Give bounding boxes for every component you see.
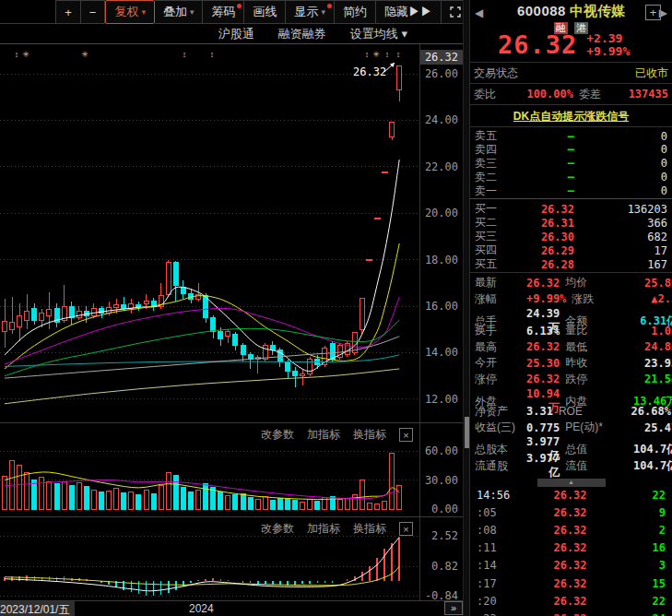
bid-row-3[interactable]: 买三26.30682	[470, 229, 672, 243]
toolbar-spacer	[0, 0, 55, 24]
order-book: 卖五—0卖四—0卖三—0卖二—0卖一—0买一26.32136203买二26.31…	[470, 127, 672, 273]
bid-row-5[interactable]: 买五26.28167	[470, 256, 672, 270]
bid-price: 26.32	[506, 203, 574, 216]
macd-pane-button-2[interactable]: 换指标	[353, 521, 386, 537]
stat-value: 0.775	[526, 421, 560, 434]
toolbar-button-label: 画线	[253, 4, 277, 20]
toolbar-button-1[interactable]: −	[81, 0, 106, 24]
quote-panel: ◀ ▶ 600088 中视传媒 融 港 26.32 +2.39 +9.99% +…	[470, 0, 672, 616]
bid-volume: 366	[574, 217, 667, 230]
price-axis-tick: 16.00	[425, 300, 458, 313]
panel-scrollbar[interactable]	[463, 0, 470, 616]
event-marker-icon: ✳	[372, 50, 380, 59]
macd-pane-button-1[interactable]: 加指标	[307, 521, 340, 537]
stat-label: 总值	[560, 442, 607, 457]
stats-row: 涨停26.32跌停21.54	[470, 372, 672, 387]
macd-pane-close-icon[interactable]: ×	[399, 522, 413, 536]
stat-value: 3.31	[526, 405, 553, 418]
tick-row: :0526.329	[470, 503, 672, 521]
macd-pane-button-0[interactable]: 改参数	[261, 521, 294, 537]
ask-price: —	[506, 171, 574, 184]
trade-status-value: 已收市	[635, 65, 668, 81]
stats-row: 总股本3.977亿总值104.7亿	[470, 435, 672, 451]
macd-axis-tick: -0.84	[425, 589, 458, 601]
commission-ratio-row: 委比 100.00% 委差 137435	[470, 84, 672, 105]
toolbar-button-8[interactable]: 隐藏▶▶	[376, 0, 442, 24]
chart-next-page-button[interactable]: »	[444, 601, 463, 615]
toolbar-button-2[interactable]: 复权▾	[105, 0, 155, 24]
panel-scrollbar-thumb[interactable]	[465, 417, 469, 448]
ask-row-4[interactable]: 卖四—0	[470, 142, 672, 156]
ask-volume: 0	[574, 184, 667, 197]
bid-price: 26.31	[506, 217, 574, 230]
time-sales-list[interactable]: 14:5626.3222:0526.329:0826.322:1126.3216…	[470, 486, 672, 616]
tick-volume: 15	[614, 577, 666, 590]
price-change: +2.39	[586, 31, 622, 45]
ask-price: —	[506, 157, 574, 170]
bid-volume: 167	[574, 258, 667, 271]
stat-label: 流通股	[475, 458, 526, 474]
stat-label: 收益(三)	[475, 420, 526, 435]
tick-volume: 3	[614, 559, 666, 572]
prev-stock-arrow-icon[interactable]: ◀	[475, 6, 483, 19]
tick-row: :2026.3222	[470, 592, 672, 610]
chevron-down-icon: ▾	[321, 7, 325, 17]
ask-row-2[interactable]: 卖二—0	[470, 170, 672, 184]
fullscreen-icon	[450, 6, 461, 18]
bid-row-1[interactable]: 买一26.32136203	[470, 201, 672, 215]
stat-value: 26.32	[526, 373, 560, 385]
event-marker-icon: ↕	[15, 50, 19, 59]
stat-label: 今开	[475, 355, 526, 371]
toolbar-button-0[interactable]: +	[55, 0, 81, 24]
stats-row: 收益(三)0.775PE(动)*25.47	[470, 420, 672, 435]
stat-label: 涨幅	[475, 291, 526, 307]
toolbar-button-5[interactable]: 画线	[244, 0, 286, 24]
stats-row: 换手6.13%量比1.07	[470, 323, 672, 338]
weibi-label: 委比	[474, 87, 501, 102]
volume-axis-tick: 30.00	[425, 474, 458, 487]
bid-price: 26.30	[506, 231, 574, 243]
dk-signal-link[interactable]: DK点自动提示涨跌信号	[513, 110, 629, 123]
ask-row-5[interactable]: 卖五—0	[470, 128, 672, 142]
ask-row-3[interactable]: 卖三—0	[470, 156, 672, 170]
event-marker-icon: ↕	[365, 50, 370, 59]
toolbar-button-6[interactable]: 显示▾	[286, 0, 335, 24]
price-axis-tick: 18.00	[425, 254, 458, 267]
volume-pane-button-0[interactable]: 改参数	[261, 427, 294, 443]
ask-label: 卖一	[475, 184, 506, 199]
bid-row-4[interactable]: 买四26.2917	[470, 243, 672, 256]
toolbar-button-3[interactable]: 叠加▾	[155, 0, 204, 24]
ask-price: —	[506, 184, 574, 197]
toolbar-button-7[interactable]: 简约	[335, 0, 376, 24]
toolbar-button-4[interactable]: 筹码	[203, 0, 244, 24]
toolbar-button-label: +	[65, 6, 72, 19]
stat-label: 昨收	[560, 355, 607, 371]
ask-volume: 0	[574, 157, 667, 170]
bid-row-2[interactable]: 买二26.31366	[470, 215, 672, 229]
notification-dot-icon	[327, 4, 332, 8]
event-marker-icon: ↕	[183, 50, 187, 59]
ask-price: —	[506, 130, 574, 143]
stat-label: 量比	[560, 323, 607, 338]
stat-label: 换手	[475, 323, 526, 338]
tick-price: 26.32	[526, 595, 614, 608]
quote-header: ◀ ▶ 600088 中视传媒 融 港 26.32 +2.39 +9.99% +	[470, 0, 672, 63]
date-axis-start-label: 2023/12/01/五	[0, 601, 75, 616]
volume-pane-close-icon[interactable]: ×	[399, 428, 413, 442]
dk-signal-row: DK点自动提示涨跌信号	[470, 105, 672, 127]
subbar-ma-settings[interactable]: 设置均线 ▾	[350, 26, 407, 42]
volume-pane-button-2[interactable]: 换指标	[353, 427, 386, 443]
stat-value: 24.80	[607, 340, 672, 353]
ask-row-1[interactable]: 卖一—0	[470, 184, 672, 197]
subbar-margin-trading[interactable]: 融资融券	[278, 26, 326, 42]
toolbar-button-label: 叠加	[163, 4, 187, 20]
stat-value: 6.13%	[526, 325, 560, 338]
ask-volume: 0	[574, 143, 667, 156]
volume-pane-button-1[interactable]: 加指标	[307, 427, 340, 443]
subbar-hugutong[interactable]: 沪股通	[218, 26, 254, 42]
toolbar-button-label: −	[89, 6, 97, 19]
stock-code: 600088	[517, 3, 566, 18]
candlestick-chart[interactable]: 26.0024.0022.0020.0018.0016.0014.0012.00…	[0, 43, 463, 422]
add-to-watchlist-button[interactable]: +	[645, 5, 661, 20]
bid-volume: 17	[574, 244, 667, 257]
